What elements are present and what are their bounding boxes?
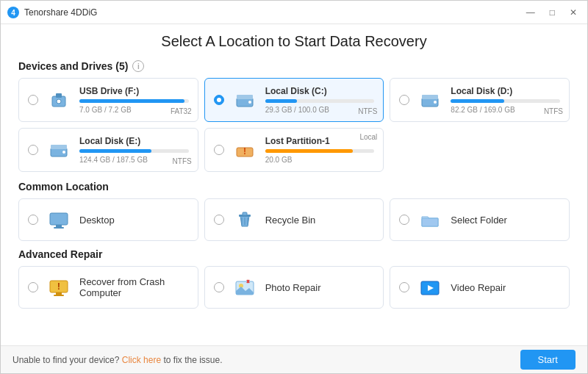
radio-video-repair[interactable] — [399, 282, 409, 292]
footer-click-here-link[interactable]: Click here — [122, 355, 161, 365]
recycle-bin-icon — [232, 206, 258, 233]
radio-usb-f[interactable] — [28, 95, 38, 105]
video-repair-label: Video Repair — [451, 282, 506, 293]
local-d-icon — [417, 87, 443, 113]
footer-suffix-text: to fix the issue. — [163, 355, 222, 365]
usb-f-bar-wrap — [79, 99, 189, 103]
devices-grid: USB Drive (F:) 7.0 GB / 7.2 GB FAT32 Loc… — [18, 78, 570, 172]
maximize-button[interactable]: □ — [545, 6, 559, 19]
crash-computer-label: Recover from Crash Computer — [79, 276, 189, 298]
local-e-fs: NTFS — [173, 157, 192, 165]
desktop-label: Desktop — [79, 215, 115, 226]
radio-photo-repair[interactable] — [214, 282, 224, 292]
advanced-card-crash-computer[interactable]: ! Recover from Crash Computer — [18, 266, 198, 309]
local-c-bar-wrap — [265, 99, 375, 103]
devices-info-icon[interactable]: i — [132, 60, 144, 72]
device-card-usb-f[interactable]: USB Drive (F:) 7.0 GB / 7.2 GB FAT32 — [18, 78, 198, 122]
lost-partition-badge: Local — [359, 133, 377, 141]
local-e-bar — [79, 149, 151, 153]
advanced-section-label: Advanced Repair — [18, 248, 570, 260]
usb-f-fs: FAT32 — [171, 107, 192, 115]
common-card-recycle-bin[interactable]: Recycle Bin — [204, 198, 384, 241]
common-section-label: Common Location — [18, 181, 570, 193]
local-e-bar-wrap — [79, 149, 189, 153]
radio-local-c[interactable] — [214, 95, 224, 105]
lost-partition-sizes: 20.0 GB — [265, 156, 375, 164]
device-card-lost-partition[interactable]: ! Lost Partition-1 20.0 GB Local — [204, 128, 384, 172]
svg-rect-17 — [56, 225, 62, 227]
photo-repair-icon — [232, 274, 258, 301]
devices-section-label: Devices and Drives (5) i — [18, 60, 570, 72]
radio-select-folder[interactable] — [399, 215, 409, 225]
lost-partition-bar-wrap — [265, 149, 375, 153]
radio-local-d[interactable] — [399, 95, 409, 105]
titlebar: 4 Tenorshare 4DDiG — □ ✕ — [1, 1, 587, 24]
lost-partition-bar — [265, 149, 353, 153]
local-d-bar-wrap — [451, 99, 560, 103]
local-d-bar — [451, 99, 504, 103]
local-d-name: Local Disk (D:) — [451, 86, 560, 96]
advanced-grid: ! Recover from Crash Computer Photo Repa… — [18, 266, 570, 309]
app-title: Tenorshare 4DDiG — [24, 7, 522, 18]
svg-rect-12 — [51, 145, 67, 149]
footer-static-text: Unable to find your device? — [12, 355, 119, 365]
common-card-select-folder[interactable]: Select Folder — [390, 198, 570, 241]
empty-cell — [390, 128, 570, 172]
folder-icon — [417, 206, 443, 233]
common-grid: Desktop Recycle Bin — [18, 198, 570, 241]
select-folder-label: Select Folder — [451, 215, 507, 226]
svg-text:4: 4 — [11, 9, 15, 17]
radio-crash-computer[interactable] — [28, 282, 38, 292]
local-d-fs: NTFS — [544, 107, 563, 115]
footer: Unable to find your device? Click here t… — [1, 345, 587, 373]
local-c-icon — [232, 87, 258, 113]
minimize-button[interactable]: — — [522, 6, 539, 19]
start-button[interactable]: Start — [520, 350, 576, 370]
svg-rect-20 — [243, 212, 247, 215]
photo-repair-label: Photo Repair — [265, 282, 321, 293]
svg-rect-16 — [50, 213, 68, 225]
video-repair-icon — [417, 274, 443, 301]
device-card-local-d[interactable]: Local Disk (D:) 82.2 GB / 169.0 GB NTFS — [390, 78, 570, 122]
local-c-name: Local Disk (C:) — [265, 86, 375, 96]
advanced-card-photo-repair[interactable]: Photo Repair — [204, 266, 384, 309]
usb-drive-icon — [46, 87, 72, 113]
svg-text:!: ! — [243, 146, 246, 157]
svg-point-10 — [434, 101, 437, 104]
advanced-card-video-repair[interactable]: Video Repair — [390, 266, 570, 309]
app-logo-icon: 4 — [7, 6, 20, 19]
local-c-bar — [265, 99, 297, 103]
svg-text:!: ! — [57, 281, 60, 292]
usb-f-bar — [79, 99, 184, 103]
local-c-fs: NTFS — [358, 107, 377, 115]
crash-computer-icon: ! — [46, 274, 72, 301]
svg-rect-24 — [422, 218, 438, 226]
radio-lost-partition[interactable] — [214, 145, 224, 155]
recycle-bin-label: Recycle Bin — [265, 215, 316, 226]
close-button[interactable]: ✕ — [565, 6, 581, 19]
footer-message: Unable to find your device? Click here t… — [12, 355, 223, 365]
svg-rect-3 — [56, 93, 62, 98]
window-controls: — □ ✕ — [522, 6, 581, 19]
radio-local-e[interactable] — [28, 145, 38, 155]
desktop-icon — [46, 206, 72, 233]
device-card-local-c[interactable]: Local Disk (C:) 29.3 GB / 100.0 GB NTFS — [204, 78, 384, 122]
device-card-local-e[interactable]: Local Disk (E:) 124.4 GB / 187.5 GB NTFS — [18, 128, 198, 172]
local-e-name: Local Disk (E:) — [79, 136, 189, 146]
common-card-desktop[interactable]: Desktop — [18, 198, 198, 241]
svg-point-13 — [62, 151, 65, 154]
local-e-icon — [46, 137, 72, 163]
radio-recycle-bin[interactable] — [214, 215, 224, 225]
lost-partition-info: Lost Partition-1 20.0 GB — [265, 136, 375, 164]
svg-rect-27 — [56, 292, 62, 295]
usb-f-name: USB Drive (F:) — [79, 86, 189, 96]
svg-rect-9 — [422, 95, 438, 99]
svg-rect-28 — [54, 295, 64, 296]
svg-point-4 — [57, 99, 61, 104]
radio-desktop[interactable] — [28, 215, 38, 225]
svg-rect-6 — [237, 95, 253, 99]
lost-partition-icon: ! — [232, 137, 258, 163]
page-title: Select A Location to Start Data Recovery — [18, 33, 570, 50]
lost-partition-name: Lost Partition-1 — [265, 136, 375, 146]
main-content: Select A Location to Start Data Recovery… — [1, 24, 587, 345]
